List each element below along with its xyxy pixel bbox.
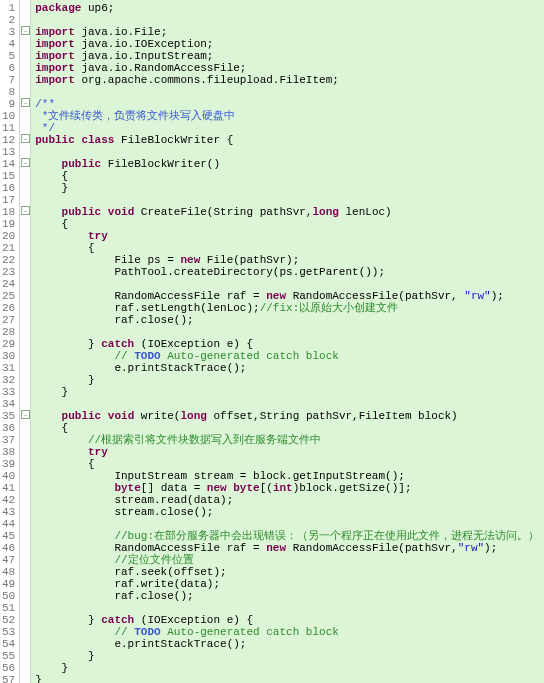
line-number: 27 bbox=[2, 314, 15, 326]
code-line[interactable]: { bbox=[35, 170, 544, 182]
code-area[interactable]: package up6; import java.io.File;import … bbox=[31, 0, 544, 683]
line-number: 29 bbox=[2, 338, 15, 350]
code-line[interactable]: { bbox=[35, 422, 544, 434]
code-line[interactable]: stream.close(); bbox=[35, 506, 544, 518]
code-line[interactable] bbox=[35, 194, 544, 206]
line-number: 56 bbox=[2, 662, 15, 674]
code-line[interactable]: } catch (IOException e) { bbox=[35, 614, 544, 626]
code-line[interactable]: stream.read(data); bbox=[35, 494, 544, 506]
code-line[interactable] bbox=[35, 518, 544, 530]
line-number: 15 bbox=[2, 170, 15, 182]
line-number: 43 bbox=[2, 506, 15, 518]
line-number: 42 bbox=[2, 494, 15, 506]
line-number: 57 bbox=[2, 674, 15, 683]
line-number: 39 bbox=[2, 458, 15, 470]
code-line[interactable]: } bbox=[35, 374, 544, 386]
line-number: 24 bbox=[2, 278, 15, 290]
code-line[interactable]: File ps = new File(pathSvr); bbox=[35, 254, 544, 266]
code-line[interactable] bbox=[35, 278, 544, 290]
code-line[interactable] bbox=[35, 326, 544, 338]
code-line[interactable]: //定位文件位置 bbox=[35, 554, 544, 566]
code-line[interactable]: e.printStackTrace(); bbox=[35, 638, 544, 650]
code-line[interactable]: import java.io.InputStream; bbox=[35, 50, 544, 62]
line-number: 37 bbox=[2, 434, 15, 446]
line-number: 34 bbox=[2, 398, 15, 410]
code-line[interactable]: byte[] data = new byte[(int)block.getSiz… bbox=[35, 482, 544, 494]
line-number: 31 bbox=[2, 362, 15, 374]
code-line[interactable]: public void write(long offset,String pat… bbox=[35, 410, 544, 422]
line-number: 41 bbox=[2, 482, 15, 494]
code-line[interactable]: { bbox=[35, 458, 544, 470]
line-number: 21 bbox=[2, 242, 15, 254]
line-number: 51 bbox=[2, 602, 15, 614]
code-line[interactable]: import java.io.IOException; bbox=[35, 38, 544, 50]
code-line[interactable] bbox=[35, 86, 544, 98]
fold-gutter: ------ bbox=[20, 0, 31, 683]
code-line[interactable]: raf.write(data); bbox=[35, 578, 544, 590]
fold-marker[interactable]: - bbox=[21, 158, 30, 167]
fold-marker[interactable]: - bbox=[21, 26, 30, 35]
fold-marker[interactable]: - bbox=[21, 206, 30, 215]
code-line[interactable]: public FileBlockWriter() bbox=[35, 158, 544, 170]
line-number: 10 bbox=[2, 110, 15, 122]
code-line[interactable]: } bbox=[35, 662, 544, 674]
code-line[interactable]: { bbox=[35, 242, 544, 254]
code-line[interactable]: import java.io.RandomAccessFile; bbox=[35, 62, 544, 74]
code-line[interactable] bbox=[35, 14, 544, 26]
code-line[interactable]: raf.setLength(lenLoc);//fix:以原始大小创建文件 bbox=[35, 302, 544, 314]
code-line[interactable]: raf.seek(offset); bbox=[35, 566, 544, 578]
line-number: 12 bbox=[2, 134, 15, 146]
line-number: 8 bbox=[2, 86, 15, 98]
line-number: 36 bbox=[2, 422, 15, 434]
code-line[interactable]: try bbox=[35, 230, 544, 242]
code-line[interactable]: */ bbox=[35, 122, 544, 134]
line-number: 46 bbox=[2, 542, 15, 554]
code-line[interactable]: try bbox=[35, 446, 544, 458]
code-line[interactable]: //根据索引将文件块数据写入到在服务端文件中 bbox=[35, 434, 544, 446]
code-line[interactable]: package up6; bbox=[35, 2, 544, 14]
line-number: 38 bbox=[2, 446, 15, 458]
fold-marker[interactable]: - bbox=[21, 134, 30, 143]
code-line[interactable]: *文件续传类，负责将文件块写入硬盘中 bbox=[35, 110, 544, 122]
code-line[interactable]: raf.close(); bbox=[35, 590, 544, 602]
code-line[interactable]: raf.close(); bbox=[35, 314, 544, 326]
code-line[interactable]: import org.apache.commons.fileupload.Fil… bbox=[35, 74, 544, 86]
line-number: 30 bbox=[2, 350, 15, 362]
code-line[interactable] bbox=[35, 602, 544, 614]
code-line[interactable] bbox=[35, 146, 544, 158]
line-number: 17 bbox=[2, 194, 15, 206]
code-line[interactable] bbox=[35, 398, 544, 410]
line-number: 4 bbox=[2, 38, 15, 50]
line-number: 44 bbox=[2, 518, 15, 530]
line-number: 5 bbox=[2, 50, 15, 62]
code-line[interactable]: } bbox=[35, 674, 544, 683]
code-editor: 1234567891011121314151617181920212223242… bbox=[0, 0, 544, 683]
line-number: 2 bbox=[2, 14, 15, 26]
code-line[interactable]: e.printStackTrace(); bbox=[35, 362, 544, 374]
code-line[interactable]: /** bbox=[35, 98, 544, 110]
code-line[interactable]: InputStream stream = block.getInputStrea… bbox=[35, 470, 544, 482]
line-number: 22 bbox=[2, 254, 15, 266]
code-line[interactable]: import java.io.File; bbox=[35, 26, 544, 38]
line-number: 40 bbox=[2, 470, 15, 482]
code-line[interactable]: } bbox=[35, 386, 544, 398]
line-number: 11 bbox=[2, 122, 15, 134]
code-line[interactable]: { bbox=[35, 218, 544, 230]
code-line[interactable]: } bbox=[35, 182, 544, 194]
code-line[interactable]: public void CreateFile(String pathSvr,lo… bbox=[35, 206, 544, 218]
code-line[interactable]: PathTool.createDirectory(ps.getParent())… bbox=[35, 266, 544, 278]
code-line[interactable]: // TODO Auto-generated catch block bbox=[35, 350, 544, 362]
code-line[interactable]: //bug:在部分服务器中会出现错误：（另一个程序正在使用此文件，进程无法访问。… bbox=[35, 530, 544, 542]
fold-marker[interactable]: - bbox=[21, 410, 30, 419]
line-number: 32 bbox=[2, 374, 15, 386]
code-line[interactable]: } bbox=[35, 650, 544, 662]
fold-marker[interactable]: - bbox=[21, 98, 30, 107]
line-number: 53 bbox=[2, 626, 15, 638]
code-line[interactable]: RandomAccessFile raf = new RandomAccessF… bbox=[35, 542, 544, 554]
code-line[interactable]: RandomAccessFile raf = new RandomAccessF… bbox=[35, 290, 544, 302]
code-line[interactable]: } catch (IOException e) { bbox=[35, 338, 544, 350]
line-number: 50 bbox=[2, 590, 15, 602]
line-number: 28 bbox=[2, 326, 15, 338]
code-line[interactable]: // TODO Auto-generated catch block bbox=[35, 626, 544, 638]
code-line[interactable]: public class FileBlockWriter { bbox=[35, 134, 544, 146]
